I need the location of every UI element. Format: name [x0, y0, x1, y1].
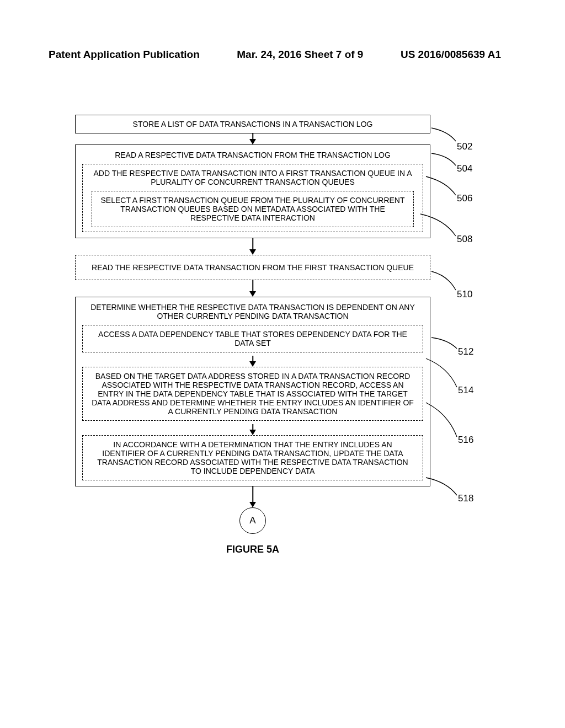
header-right: US 2016/0085639 A1 [401, 49, 501, 61]
box-506-text: ADD THE RESPECTIVE DATA TRANSACTION INTO… [92, 169, 414, 186]
box-502: STORE A LIST OF DATA TRANSACTIONS IN A T… [75, 115, 430, 133]
figure-label: FIGURE 5A [75, 544, 430, 555]
flowchart: STORE A LIST OF DATA TRANSACTIONS IN A T… [75, 115, 430, 555]
box-504-container: READ A RESPECTIVE DATA TRANSACTION FROM … [75, 144, 430, 238]
box-510: READ THE RESPECTIVE DATA TRANSACTION FRO… [75, 255, 430, 280]
box-504-title: READ A RESPECTIVE DATA TRANSACTION FROM … [82, 151, 423, 164]
leader-516 [426, 399, 454, 421]
box-508: SELECT A FIRST TRANSACTION QUEUE FROM TH… [92, 191, 414, 227]
box-506: ADD THE RESPECTIVE DATA TRANSACTION INTO… [82, 164, 423, 232]
connector-a: A [239, 507, 266, 534]
leader-514 [426, 355, 454, 377]
header-left: Patent Application Publication [49, 49, 200, 61]
box-512-title: DETERMINE WHETHER THE RESPECTIVE DATA TR… [82, 303, 423, 325]
box-516: BASED ON THE TARGET DATA ADDRESS STORED … [82, 367, 423, 421]
leader-506 [426, 174, 454, 196]
leader-518 [426, 474, 454, 496]
leader-504 [431, 151, 459, 173]
box-518: IN ACCORDANCE WITH A DETERMINATION THAT … [82, 435, 423, 480]
leader-502 [431, 126, 459, 148]
leader-512 [431, 334, 459, 356]
leader-510 [431, 268, 459, 290]
page-header: Patent Application Publication Mar. 24, … [0, 0, 565, 61]
leader-508 [420, 211, 448, 233]
box-514: ACCESS A DATA DEPENDENCY TABLE THAT STOR… [82, 325, 423, 352]
header-center: Mar. 24, 2016 Sheet 7 of 9 [237, 49, 363, 61]
box-512-container: DETERMINE WHETHER THE RESPECTIVE DATA TR… [75, 297, 430, 486]
